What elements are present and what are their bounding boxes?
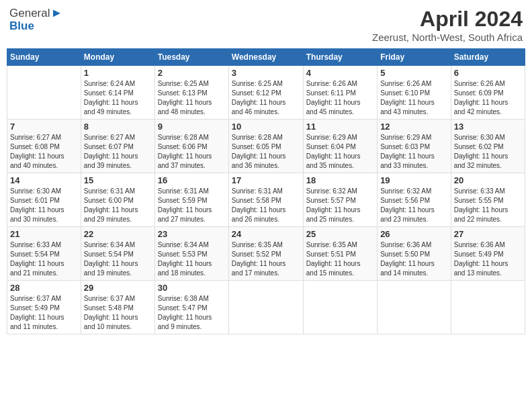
title-block: April 2024 Zeerust, North-West, South Af… bbox=[372, 7, 523, 43]
day-number: 22 bbox=[84, 229, 152, 239]
weekday-header-sunday: Sunday bbox=[7, 49, 81, 66]
day-number: 21 bbox=[10, 229, 78, 239]
calendar-cell: 28Sunrise: 6:37 AMSunset: 5:49 PMDayligh… bbox=[7, 281, 81, 334]
day-number: 30 bbox=[158, 283, 226, 293]
day-info: Sunrise: 6:36 AMSunset: 5:49 PMDaylight:… bbox=[454, 240, 522, 278]
calendar-week-row: 21Sunrise: 6:33 AMSunset: 5:54 PMDayligh… bbox=[7, 227, 525, 281]
calendar-cell: 21Sunrise: 6:33 AMSunset: 5:54 PMDayligh… bbox=[7, 227, 81, 281]
calendar-cell: 17Sunrise: 6:31 AMSunset: 5:58 PMDayligh… bbox=[228, 173, 303, 227]
calendar-cell: 7Sunrise: 6:27 AMSunset: 6:08 PMDaylight… bbox=[7, 120, 81, 173]
calendar-cell: 26Sunrise: 6:36 AMSunset: 5:50 PMDayligh… bbox=[378, 227, 451, 281]
day-number: 29 bbox=[84, 283, 152, 293]
calendar-cell bbox=[7, 66, 81, 120]
day-number: 4 bbox=[306, 68, 374, 78]
day-info: Sunrise: 6:30 AMSunset: 6:01 PMDaylight:… bbox=[10, 187, 78, 224]
calendar-cell: 13Sunrise: 6:30 AMSunset: 6:02 PMDayligh… bbox=[451, 120, 525, 173]
day-info: Sunrise: 6:29 AMSunset: 6:04 PMDaylight:… bbox=[306, 133, 374, 171]
calendar-cell bbox=[303, 281, 377, 334]
calendar-cell: 16Sunrise: 6:31 AMSunset: 5:59 PMDayligh… bbox=[154, 173, 228, 227]
day-number: 10 bbox=[232, 122, 300, 132]
calendar-header-row: SundayMondayTuesdayWednesdayThursdayFrid… bbox=[7, 49, 525, 66]
day-number: 19 bbox=[380, 175, 448, 185]
calendar-week-row: 7Sunrise: 6:27 AMSunset: 6:08 PMDaylight… bbox=[7, 120, 525, 173]
calendar-cell: 27Sunrise: 6:36 AMSunset: 5:49 PMDayligh… bbox=[451, 227, 525, 281]
day-info: Sunrise: 6:32 AMSunset: 5:56 PMDaylight:… bbox=[380, 187, 448, 224]
calendar-week-row: 28Sunrise: 6:37 AMSunset: 5:49 PMDayligh… bbox=[7, 281, 525, 334]
day-info: Sunrise: 6:34 AMSunset: 5:54 PMDaylight:… bbox=[84, 240, 152, 278]
day-info: Sunrise: 6:35 AMSunset: 5:51 PMDaylight:… bbox=[306, 240, 374, 278]
calendar-cell: 23Sunrise: 6:34 AMSunset: 5:53 PMDayligh… bbox=[154, 227, 228, 281]
day-number: 27 bbox=[454, 229, 522, 239]
day-number: 13 bbox=[454, 122, 522, 132]
day-info: Sunrise: 6:27 AMSunset: 6:08 PMDaylight:… bbox=[10, 133, 78, 171]
day-number: 23 bbox=[158, 229, 226, 239]
weekday-header-saturday: Saturday bbox=[451, 49, 525, 66]
page-title: April 2024 bbox=[372, 7, 523, 32]
day-number: 7 bbox=[10, 122, 78, 132]
calendar-cell: 5Sunrise: 6:26 AMSunset: 6:10 PMDaylight… bbox=[378, 66, 451, 120]
weekday-header-monday: Monday bbox=[81, 49, 154, 66]
calendar-cell: 25Sunrise: 6:35 AMSunset: 5:51 PMDayligh… bbox=[303, 227, 377, 281]
day-info: Sunrise: 6:31 AMSunset: 5:58 PMDaylight:… bbox=[232, 187, 300, 224]
calendar-cell: 6Sunrise: 6:26 AMSunset: 6:09 PMDaylight… bbox=[451, 66, 525, 120]
day-info: Sunrise: 6:37 AMSunset: 5:49 PMDaylight:… bbox=[10, 294, 78, 332]
day-info: Sunrise: 6:24 AMSunset: 6:14 PMDaylight:… bbox=[84, 79, 152, 117]
day-number: 28 bbox=[10, 283, 78, 293]
day-info: Sunrise: 6:28 AMSunset: 6:06 PMDaylight:… bbox=[158, 133, 226, 171]
calendar-cell bbox=[228, 281, 303, 334]
calendar-cell: 18Sunrise: 6:32 AMSunset: 5:57 PMDayligh… bbox=[303, 173, 377, 227]
day-number: 14 bbox=[10, 175, 78, 185]
day-number: 1 bbox=[84, 68, 152, 78]
day-info: Sunrise: 6:31 AMSunset: 6:00 PMDaylight:… bbox=[84, 187, 152, 224]
logo-blue: Blue bbox=[9, 20, 34, 33]
logo-arrow-icon: ► bbox=[50, 7, 62, 20]
calendar-cell: 29Sunrise: 6:37 AMSunset: 5:48 PMDayligh… bbox=[81, 281, 154, 334]
weekday-header-thursday: Thursday bbox=[303, 49, 377, 66]
calendar-cell: 24Sunrise: 6:35 AMSunset: 5:52 PMDayligh… bbox=[228, 227, 303, 281]
day-info: Sunrise: 6:37 AMSunset: 5:48 PMDaylight:… bbox=[84, 294, 152, 332]
day-info: Sunrise: 6:38 AMSunset: 5:47 PMDaylight:… bbox=[158, 294, 226, 332]
calendar-cell: 10Sunrise: 6:28 AMSunset: 6:05 PMDayligh… bbox=[228, 120, 303, 173]
day-info: Sunrise: 6:27 AMSunset: 6:07 PMDaylight:… bbox=[84, 133, 152, 171]
calendar-cell: 8Sunrise: 6:27 AMSunset: 6:07 PMDaylight… bbox=[81, 120, 154, 173]
calendar-cell: 20Sunrise: 6:33 AMSunset: 5:55 PMDayligh… bbox=[451, 173, 525, 227]
calendar-cell bbox=[378, 281, 451, 334]
calendar-cell bbox=[451, 281, 525, 334]
day-number: 24 bbox=[232, 229, 300, 239]
calendar-cell: 30Sunrise: 6:38 AMSunset: 5:47 PMDayligh… bbox=[154, 281, 228, 334]
calendar-cell: 15Sunrise: 6:31 AMSunset: 6:00 PMDayligh… bbox=[81, 173, 154, 227]
day-number: 20 bbox=[454, 175, 522, 185]
day-info: Sunrise: 6:25 AMSunset: 6:13 PMDaylight:… bbox=[158, 79, 226, 117]
day-info: Sunrise: 6:35 AMSunset: 5:52 PMDaylight:… bbox=[232, 240, 300, 278]
day-info: Sunrise: 6:30 AMSunset: 6:02 PMDaylight:… bbox=[454, 133, 522, 171]
calendar-week-row: 1Sunrise: 6:24 AMSunset: 6:14 PMDaylight… bbox=[7, 66, 525, 120]
day-number: 26 bbox=[380, 229, 448, 239]
calendar-table: SundayMondayTuesdayWednesdayThursdayFrid… bbox=[7, 48, 525, 334]
day-info: Sunrise: 6:36 AMSunset: 5:50 PMDaylight:… bbox=[380, 240, 448, 278]
day-info: Sunrise: 6:34 AMSunset: 5:53 PMDaylight:… bbox=[158, 240, 226, 278]
day-number: 18 bbox=[306, 175, 374, 185]
day-info: Sunrise: 6:29 AMSunset: 6:03 PMDaylight:… bbox=[380, 133, 448, 171]
day-info: Sunrise: 6:26 AMSunset: 6:10 PMDaylight:… bbox=[380, 79, 448, 117]
day-info: Sunrise: 6:26 AMSunset: 6:11 PMDaylight:… bbox=[306, 79, 374, 117]
day-number: 15 bbox=[84, 175, 152, 185]
day-number: 8 bbox=[84, 122, 152, 132]
day-number: 11 bbox=[306, 122, 374, 132]
calendar-cell: 19Sunrise: 6:32 AMSunset: 5:56 PMDayligh… bbox=[378, 173, 451, 227]
day-info: Sunrise: 6:33 AMSunset: 5:55 PMDaylight:… bbox=[454, 187, 522, 224]
logo: General ► Blue bbox=[9, 7, 62, 32]
calendar-cell: 9Sunrise: 6:28 AMSunset: 6:06 PMDaylight… bbox=[154, 120, 228, 173]
day-number: 17 bbox=[232, 175, 300, 185]
page-subtitle: Zeerust, North-West, South Africa bbox=[372, 32, 523, 43]
day-number: 16 bbox=[158, 175, 226, 185]
calendar-week-row: 14Sunrise: 6:30 AMSunset: 6:01 PMDayligh… bbox=[7, 173, 525, 227]
weekday-header-wednesday: Wednesday bbox=[228, 49, 303, 66]
calendar-cell: 22Sunrise: 6:34 AMSunset: 5:54 PMDayligh… bbox=[81, 227, 154, 281]
calendar-cell: 14Sunrise: 6:30 AMSunset: 6:01 PMDayligh… bbox=[7, 173, 81, 227]
weekday-header-tuesday: Tuesday bbox=[154, 49, 228, 66]
calendar-cell: 2Sunrise: 6:25 AMSunset: 6:13 PMDaylight… bbox=[154, 66, 228, 120]
day-number: 5 bbox=[380, 68, 448, 78]
day-info: Sunrise: 6:26 AMSunset: 6:09 PMDaylight:… bbox=[454, 79, 522, 117]
day-number: 9 bbox=[158, 122, 226, 132]
calendar-cell: 3Sunrise: 6:25 AMSunset: 6:12 PMDaylight… bbox=[228, 66, 303, 120]
